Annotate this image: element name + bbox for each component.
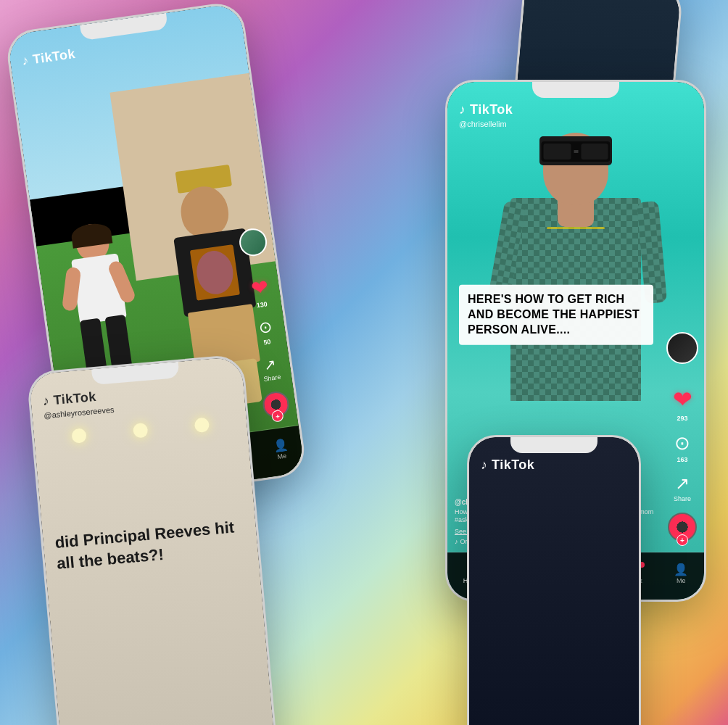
ceiling-lights xyxy=(33,414,247,447)
phone-3-tiktok-name: TikTok xyxy=(470,102,513,117)
phone-4: ♪ TikTok @ashleyrosereeves did Principal… xyxy=(26,354,278,725)
phone-5-tiktok-name: TikTok xyxy=(492,457,534,473)
phone-3-like-count: 293 xyxy=(677,415,687,422)
phone-5-tiktok-header: ♪ TikTok xyxy=(481,457,534,473)
phone-5: ♪ TikTok xyxy=(467,435,641,725)
phone-3-comment-count: 163 xyxy=(677,456,687,463)
phone-3-notch xyxy=(532,82,619,98)
heart-icon: ❤ xyxy=(673,386,692,413)
phone-3-tiktok-icon: ♪ xyxy=(459,102,466,117)
phone-5-notch xyxy=(510,437,597,453)
phone-3-username: @chrisellelim xyxy=(459,120,507,128)
music-note-icon: ♪ xyxy=(455,538,458,545)
phone-3-share[interactable]: ↗ Share xyxy=(674,473,691,502)
phone-3-nav-me-label: Me xyxy=(677,577,686,584)
phone-1-share[interactable]: ↗ Share xyxy=(260,355,281,383)
phone-3-tiktok-header: ♪ TikTok xyxy=(459,102,513,117)
phone-1-nav-me[interactable]: 👤 Me xyxy=(273,439,290,461)
phone-5-video xyxy=(469,437,639,725)
light-3 xyxy=(194,418,210,434)
phone-1-comment-count: 50 xyxy=(263,338,271,346)
comment-icon: ⊙ xyxy=(674,432,690,455)
light-1 xyxy=(72,428,88,444)
phone-1-nav-me-label: Me xyxy=(277,452,287,461)
profile-icon: 👤 xyxy=(273,439,289,452)
avatar-circle xyxy=(666,332,698,364)
phone-3-share-label: Share xyxy=(674,495,691,502)
phone-3-like[interactable]: ❤ 293 xyxy=(673,386,692,422)
phone-1-avatar[interactable]: + xyxy=(238,227,269,258)
phone-4-tiktok-icon: ♪ xyxy=(42,394,50,410)
follow-plus: + xyxy=(677,534,688,546)
phone-1-comment[interactable]: ⊙ 50 xyxy=(257,318,274,347)
avatar-circle xyxy=(238,227,269,258)
profile-icon: 👤 xyxy=(674,564,688,576)
share-icon: ↗ xyxy=(675,473,690,494)
phone-4-screen: ♪ TikTok @ashleyrosereeves did Principal… xyxy=(28,356,276,725)
phone-1-share-label: Share xyxy=(263,373,281,383)
share-icon: ↗ xyxy=(263,355,278,373)
phone-3-text-overlay: HERE'S HOW TO GET RICH AND BECOME THE HA… xyxy=(459,285,653,344)
light-2 xyxy=(133,423,149,439)
phone-3-comment[interactable]: ⊙ 163 xyxy=(674,432,690,463)
phone-1-like-count: 130 xyxy=(256,300,268,309)
phone-3-actions: + ❤ 293 ⊙ 163 ↗ Share xyxy=(666,332,698,542)
phone-3-main-text: HERE'S HOW TO GET RICH AND BECOME THE HA… xyxy=(459,285,653,344)
phone-1-tiktok-icon: ♪ xyxy=(21,53,30,69)
phone-5-screen: ♪ TikTok xyxy=(469,437,639,725)
phone-3-avatar[interactable]: + xyxy=(666,332,698,364)
comment-icon: ⊙ xyxy=(257,318,273,338)
phone-3-nav-me[interactable]: 👤 Me xyxy=(674,564,688,584)
heart-icon: ❤ xyxy=(249,275,269,301)
phone-5-tiktok-icon: ♪ xyxy=(481,457,487,473)
phone-1-like[interactable]: ❤ 130 xyxy=(249,275,270,310)
